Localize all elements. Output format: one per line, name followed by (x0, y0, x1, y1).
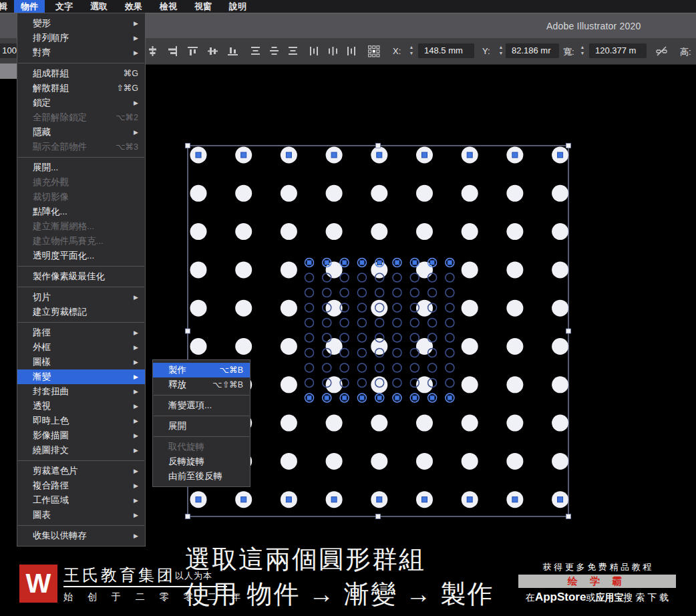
x-field-stepper[interactable]: ▲▼ (407, 44, 415, 57)
big-dot[interactable] (281, 338, 297, 355)
unlink-icon[interactable] (656, 45, 667, 57)
big-dot[interactable] (506, 415, 523, 432)
small-circle[interactable] (357, 303, 366, 312)
small-circle[interactable] (305, 289, 314, 297)
big-dot[interactable] (552, 376, 568, 393)
big-dot[interactable] (371, 453, 387, 470)
small-circle[interactable] (446, 379, 454, 388)
object-menu-item-1[interactable]: 排列順序▶ (17, 31, 145, 45)
small-circle[interactable] (305, 349, 314, 357)
big-dot[interactable] (190, 223, 207, 240)
big-dot[interactable] (416, 185, 433, 202)
object-menu-item-37[interactable]: 圖表▶ (17, 508, 145, 522)
blend-submenu-item-5[interactable]: 展開 (153, 419, 250, 434)
big-dot[interactable] (371, 415, 387, 432)
small-circle[interactable] (357, 273, 366, 282)
menubar-item-1[interactable]: 物件 (14, 0, 45, 13)
big-dot[interactable] (506, 223, 523, 240)
object-menu-item-17[interactable]: 透明度平面化... (17, 249, 145, 263)
object-menu-item-6[interactable]: 鎖定▶ (17, 96, 145, 110)
distribute-left-icon[interactable] (309, 45, 320, 57)
small-circle[interactable] (393, 303, 401, 312)
big-dot[interactable] (552, 338, 568, 355)
anchor-point[interactable] (307, 261, 312, 265)
anchor-point[interactable] (377, 152, 382, 158)
object-menu-item-11[interactable]: 展開... (17, 160, 145, 175)
small-circle[interactable] (410, 319, 419, 327)
reference-point-icon[interactable] (367, 45, 380, 57)
small-circle[interactable] (393, 289, 401, 297)
anchor-point[interactable] (422, 152, 427, 158)
big-dot[interactable] (552, 185, 568, 202)
big-dot[interactable] (371, 223, 387, 240)
object-menu-item-5[interactable]: 解散群組⇧⌘G (17, 81, 145, 96)
big-dot[interactable] (190, 261, 207, 278)
anchor-point[interactable] (331, 152, 337, 158)
small-circle[interactable] (357, 363, 366, 372)
small-circle[interactable] (323, 289, 331, 297)
anchor-point[interactable] (467, 152, 472, 158)
object-menu-item-2[interactable]: 對齊▶ (17, 45, 145, 60)
small-circle[interactable] (323, 363, 331, 372)
big-dot[interactable] (235, 338, 252, 355)
anchor-point[interactable] (241, 497, 246, 502)
anchor-point[interactable] (512, 152, 518, 158)
anchor-point[interactable] (377, 261, 382, 265)
big-dot[interactable] (462, 338, 478, 355)
small-circle[interactable] (357, 379, 366, 388)
object-menu-item-32[interactable]: 繞圖排文▶ (17, 443, 145, 458)
anchor-point[interactable] (307, 396, 312, 400)
big-dot[interactable] (326, 415, 343, 432)
big-dot[interactable] (416, 415, 433, 432)
small-circle[interactable] (393, 363, 401, 372)
big-dot[interactable] (235, 300, 252, 317)
width-field-stepper[interactable]: ▲▼ (578, 44, 586, 57)
small-circle[interactable] (410, 333, 419, 342)
big-dot[interactable] (371, 185, 387, 202)
anchor-point[interactable] (325, 261, 329, 265)
object-menu-item-35[interactable]: 複合路徑▶ (17, 478, 145, 493)
big-dot[interactable] (416, 223, 433, 240)
object-menu-item-19[interactable]: 製作像素級最佳化 (17, 269, 145, 284)
selection-handle[interactable] (566, 514, 571, 519)
big-dot[interactable] (506, 185, 523, 202)
anchor-point[interactable] (395, 396, 399, 400)
big-dot[interactable] (462, 223, 478, 240)
small-circle[interactable] (305, 303, 314, 312)
big-dot[interactable] (281, 415, 297, 432)
object-menu-item-8[interactable]: 隱藏▶ (17, 125, 145, 140)
small-circle[interactable] (393, 333, 401, 342)
big-dot[interactable] (416, 453, 433, 470)
small-circle[interactable] (446, 273, 454, 282)
selection-handle[interactable] (186, 514, 190, 519)
small-circle[interactable] (305, 379, 314, 388)
small-circle[interactable] (428, 363, 437, 372)
anchor-point[interactable] (286, 497, 291, 502)
align-right-icon[interactable] (167, 45, 178, 57)
small-circle[interactable] (428, 319, 437, 327)
menubar-item-7[interactable]: 說明 (222, 0, 253, 13)
small-circle[interactable] (410, 363, 419, 372)
big-dot[interactable] (506, 376, 523, 393)
object-menu-item-29[interactable]: 透視▶ (17, 399, 145, 414)
object-menu-item-28[interactable]: 封套扭曲▶ (17, 384, 145, 399)
distribute-top-icon[interactable] (250, 45, 261, 57)
small-circle[interactable] (340, 333, 349, 342)
big-dot[interactable] (506, 338, 523, 355)
big-dot[interactable] (190, 300, 207, 317)
big-dot[interactable] (371, 338, 387, 355)
object-menu-item-30[interactable]: 即時上色▶ (17, 414, 145, 428)
small-circle[interactable] (428, 289, 437, 297)
small-circle[interactable] (357, 319, 366, 327)
blend-submenu-item-3[interactable]: 漸變選項... (153, 398, 250, 413)
distribute-bottom-icon[interactable] (287, 45, 299, 57)
small-circle[interactable] (446, 319, 454, 327)
big-dot[interactable] (552, 300, 568, 317)
big-dot[interactable] (326, 453, 343, 470)
anchor-point[interactable] (241, 152, 246, 158)
small-circle[interactable] (446, 289, 454, 297)
selection-handle[interactable] (186, 329, 190, 333)
small-circle[interactable] (446, 333, 454, 342)
big-dot[interactable] (506, 453, 523, 470)
selection-handle[interactable] (566, 144, 571, 148)
